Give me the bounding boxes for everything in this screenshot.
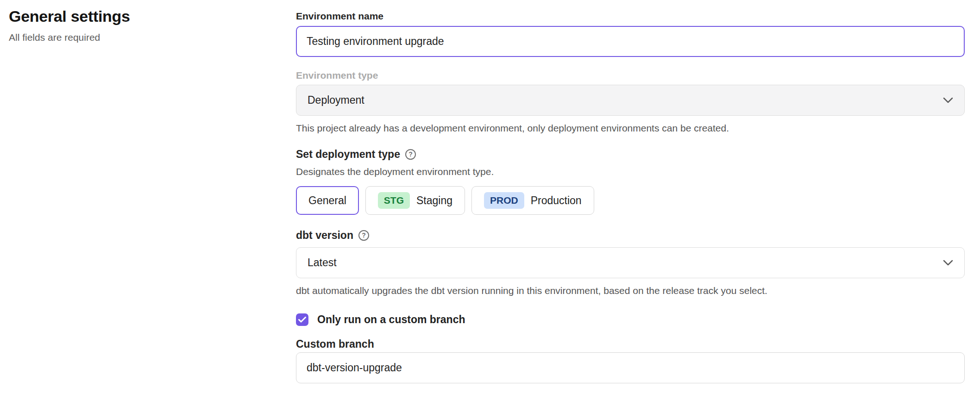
checkmark-icon	[298, 317, 306, 323]
environment-type-help: This project already has a development e…	[296, 122, 965, 134]
deployment-option-general-label: General	[308, 194, 346, 207]
custom-branch-input[interactable]	[296, 352, 965, 383]
dbt-version-label: dbt version	[296, 229, 353, 241]
general-settings-form: Environment name Environment type Deploy…	[296, 6, 965, 383]
help-icon[interactable]: ?	[358, 230, 369, 241]
deployment-type-options: General STG Staging PROD Production	[296, 186, 965, 215]
staging-badge: STG	[378, 192, 410, 208]
custom-branch-checkbox[interactable]	[296, 313, 308, 326]
environment-type-value: Deployment	[308, 94, 364, 106]
chevron-down-icon	[943, 97, 953, 103]
page-title: General settings	[9, 7, 268, 25]
help-icon[interactable]: ?	[405, 149, 416, 160]
environment-type-select[interactable]: Deployment	[296, 85, 965, 116]
environment-name-label: Environment name	[296, 10, 965, 22]
deployment-option-production-label: Production	[531, 194, 582, 207]
deployment-type-label: Set deployment type	[296, 148, 400, 160]
custom-branch-label: Custom branch	[296, 338, 965, 350]
deployment-option-staging[interactable]: STG Staging	[365, 186, 465, 215]
deployment-option-production[interactable]: PROD Production	[471, 186, 594, 215]
custom-branch-checkbox-label[interactable]: Only run on a custom branch	[317, 313, 465, 326]
chevron-down-icon	[943, 260, 953, 266]
page-subtitle: All fields are required	[9, 32, 268, 43]
page-header: General settings All fields are required	[9, 7, 268, 43]
deployment-option-staging-label: Staging	[416, 194, 452, 207]
deployment-option-general[interactable]: General	[296, 186, 359, 215]
dbt-version-value: Latest	[308, 256, 337, 269]
environment-name-input[interactable]	[296, 26, 965, 57]
deployment-type-description: Designates the deployment environment ty…	[296, 166, 965, 178]
dbt-version-select[interactable]: Latest	[296, 247, 965, 278]
production-badge: PROD	[484, 192, 524, 208]
dbt-version-help: dbt automatically upgrades the dbt versi…	[296, 285, 965, 297]
environment-type-label: Environment type	[296, 69, 965, 81]
